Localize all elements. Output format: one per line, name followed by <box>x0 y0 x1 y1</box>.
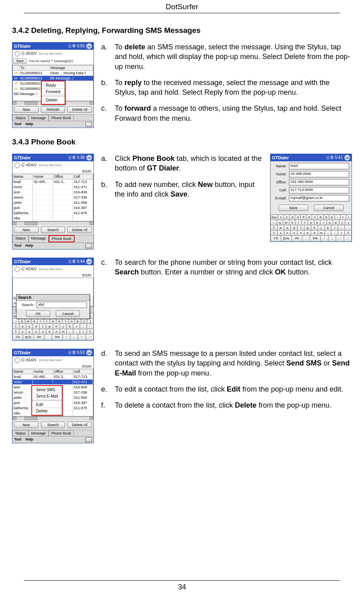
table-row[interactable]: won016-809 <box>13 190 93 195</box>
key[interactable]: 1 <box>278 215 284 220</box>
key[interactable]: z <box>19 329 26 334</box>
key[interactable]: ' <box>345 225 352 230</box>
menu-tool[interactable]: Tool <box>14 244 21 248</box>
key[interactable]: ↑ <box>63 334 70 340</box>
key[interactable]: m <box>60 329 67 334</box>
key[interactable]: → <box>344 236 352 242</box>
key[interactable]: r <box>295 220 302 225</box>
input-home[interactable]: 02-485-0000 <box>289 171 349 177</box>
key[interactable]: [ <box>81 319 87 324</box>
save-button[interactable]: Save <box>279 205 308 211</box>
key[interactable]: - <box>335 215 340 220</box>
key[interactable]: t <box>302 220 308 225</box>
key[interactable]: 한자 <box>281 236 291 242</box>
new-button[interactable]: New <box>14 422 39 428</box>
message-row[interactable]: ✉01190089013Gtran… Moving Data f <box>13 71 93 76</box>
table-row[interactable]: victor011-471 <box>13 185 93 190</box>
key[interactable]: c <box>33 329 39 334</box>
menu-tool[interactable]: Tool <box>14 122 21 127</box>
key[interactable]: ] <box>87 319 94 324</box>
key[interactable]: ] <box>345 220 352 225</box>
menu-forward[interactable]: Forward <box>42 89 65 95</box>
key[interactable] <box>44 334 52 340</box>
key[interactable]: ↑ <box>321 236 328 242</box>
menu-help[interactable]: Help <box>25 437 33 442</box>
key[interactable]: . <box>73 329 80 334</box>
key[interactable]: = <box>340 215 346 220</box>
scrollbar[interactable] <box>12 221 94 225</box>
key[interactable]: i <box>62 319 69 324</box>
menu-delete[interactable]: Delete <box>42 97 65 103</box>
key[interactable]: v <box>297 230 304 236</box>
key[interactable]: x <box>284 230 291 236</box>
search-input[interactable]: abd <box>37 302 87 308</box>
key[interactable]: o <box>69 319 75 324</box>
dialog-cancel-button[interactable]: Cancel <box>56 311 80 317</box>
tab-status[interactable]: Status <box>12 430 28 436</box>
deleteall-button[interactable]: Delete All <box>67 227 92 233</box>
key[interactable]: w <box>283 220 289 225</box>
key[interactable]: s <box>26 324 33 329</box>
keyboard-icon[interactable] <box>85 437 92 442</box>
key[interactable]: ; <box>338 225 345 230</box>
key[interactable]: d <box>291 225 297 230</box>
key[interactable]: Del <box>52 334 62 340</box>
key[interactable]: ' <box>87 324 94 329</box>
ok-button[interactable]: ok <box>86 43 92 49</box>
key[interactable]: j <box>318 225 325 230</box>
key[interactable]: a <box>19 324 26 329</box>
key[interactable]: r <box>37 319 44 324</box>
onscreen-keyboard[interactable]: Esc1234567890-=\→qwertyuiop[]⇪asdfghjkl;… <box>270 214 352 242</box>
key[interactable]: q <box>19 319 25 324</box>
tab-phonebook[interactable]: Phone Book <box>49 235 75 242</box>
table-row[interactable]: jack016-387 <box>13 205 93 211</box>
keyboard-icon[interactable] <box>85 122 92 127</box>
tab-phonebook[interactable]: Phone Book <box>49 430 74 436</box>
key[interactable]: Alt <box>292 236 302 242</box>
sent-dropdown[interactable]: Sent <box>13 58 26 64</box>
new-button[interactable]: New <box>14 106 39 113</box>
key[interactable]: d <box>33 324 39 329</box>
menu-send-email[interactable]: Send E-Mail <box>32 393 62 400</box>
key[interactable]: y <box>308 220 314 225</box>
table-row[interactable]: katherine011-975 <box>13 211 93 216</box>
key[interactable]: Esc <box>270 215 278 220</box>
input-office[interactable]: 031-380-0000 <box>289 179 349 185</box>
key[interactable]: e <box>31 319 38 324</box>
key[interactable] <box>302 236 310 242</box>
table-row[interactable]: seson017-336 <box>13 195 93 200</box>
key[interactable]: 4 <box>295 215 301 220</box>
new-button[interactable]: New <box>14 227 39 233</box>
key[interactable]: → <box>12 319 19 324</box>
key[interactable]: o <box>327 220 333 225</box>
key[interactable]: / <box>338 230 345 236</box>
key[interactable]: ⇧ <box>12 329 19 334</box>
deleteall-button[interactable]: Delete All <box>67 422 92 428</box>
key[interactable]: 3 <box>289 215 295 220</box>
key[interactable]: j <box>60 324 67 329</box>
key[interactable]: f <box>297 225 304 230</box>
keyboard-icon[interactable] <box>85 244 92 248</box>
key[interactable]: s <box>284 225 291 230</box>
key[interactable]: 0 <box>329 215 335 220</box>
key[interactable]: b <box>304 230 311 236</box>
refresh-button[interactable]: Refresh <box>41 106 65 113</box>
key[interactable]: Ctl <box>12 334 23 340</box>
ok-button[interactable]: ok <box>86 350 92 355</box>
key[interactable]: [ <box>339 220 346 225</box>
key[interactable]: n <box>311 230 318 236</box>
key[interactable]: i <box>320 220 327 225</box>
tab-message[interactable]: Message <box>28 115 49 121</box>
key[interactable]: 6 <box>306 215 312 220</box>
table-row[interactable]: peter011-558 <box>13 200 93 205</box>
table-row[interactable]: brad02-485…031-3…017-713 <box>13 179 93 185</box>
key[interactable]: ← <box>336 236 344 242</box>
key[interactable]: Del <box>310 236 320 242</box>
key[interactable]: ↓ <box>328 236 336 242</box>
key[interactable]: g <box>46 324 53 329</box>
key[interactable]: e <box>289 220 296 225</box>
key[interactable]: q <box>277 220 283 225</box>
input-name[interactable]: brad <box>289 163 349 169</box>
table-row[interactable]: brad02-485…031-3…017-713 <box>13 374 93 380</box>
key[interactable]: u <box>56 319 63 324</box>
